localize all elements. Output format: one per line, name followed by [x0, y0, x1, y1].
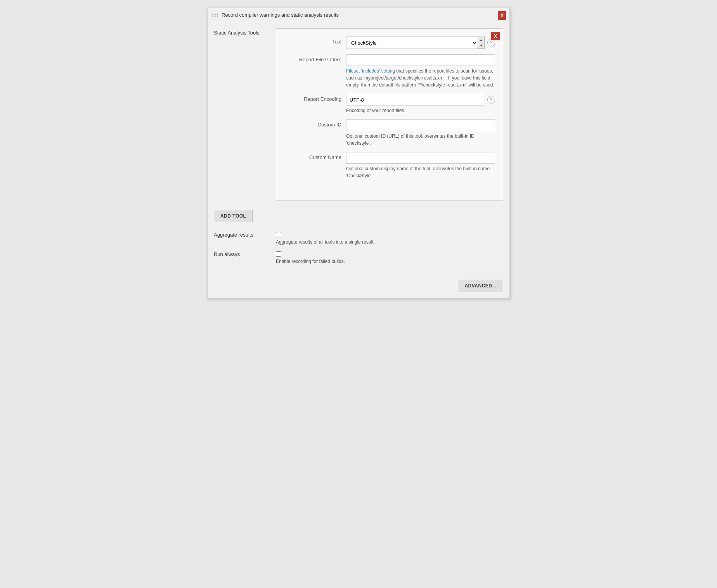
report-encoding-label: Report Encoding: [284, 94, 346, 102]
custom-name-row: Custom Name Optional custom display name…: [284, 152, 495, 179]
custom-id-label: Custom ID: [284, 119, 346, 128]
main-dialog: Record compiler warnings and static anal…: [207, 8, 510, 299]
aggregate-results-row: Aggregate results Aggregate results of a…: [214, 232, 503, 245]
aggregate-results-help: Aggregate results of all tools into a si…: [276, 239, 503, 245]
run-always-row: Run always Enable recording for failed b…: [214, 251, 503, 264]
aggregate-results-label: Aggregate results: [214, 232, 276, 238]
run-always-checkbox[interactable]: [276, 251, 281, 257]
spinner-up[interactable]: ▲: [478, 37, 484, 43]
tool-label: Tool: [284, 36, 346, 45]
dialog-title: Record compiler warnings and static anal…: [222, 12, 505, 18]
custom-id-row: Custom ID Optional custom ID (URL) of th…: [284, 119, 495, 147]
tool-spinner[interactable]: ▲ ▼: [478, 37, 485, 48]
report-file-pattern-label: Report File Pattern: [284, 54, 346, 62]
custom-name-field: Optional custom display name of the tool…: [346, 152, 495, 179]
dialog-header: Record compiler warnings and static anal…: [208, 8, 509, 22]
dialog-footer: ADVANCED...: [208, 277, 509, 298]
run-always-label: Run always: [214, 251, 276, 257]
spinner-down[interactable]: ▼: [478, 43, 484, 48]
report-encoding-row: Report Encoding ? Encoding of your repor…: [284, 94, 495, 114]
custom-id-field: Optional custom ID (URL) of this tool, o…: [346, 119, 495, 147]
fileset-includes-link[interactable]: Fileset 'includes' setting: [346, 68, 395, 74]
report-encoding-input[interactable]: [346, 94, 485, 105]
aggregate-results-field: Aggregate results of all tools into a si…: [276, 232, 503, 245]
report-file-pattern-field: Fileset 'includes' setting that specifie…: [346, 54, 495, 88]
tool-panel: X Tool CheckStyle PMD FindBugs SpotBugs: [276, 28, 503, 201]
tool-select[interactable]: CheckStyle PMD FindBugs SpotBugs CPD: [346, 37, 478, 48]
report-encoding-help-icon[interactable]: ?: [487, 96, 495, 104]
report-file-pattern-row: Report File Pattern Fileset 'includes' s…: [284, 54, 495, 88]
custom-id-input[interactable]: [346, 119, 495, 131]
tool-panel-container: X Tool CheckStyle PMD FindBugs SpotBugs: [276, 28, 503, 201]
bottom-section: Aggregate results Aggregate results of a…: [208, 228, 509, 277]
report-encoding-help: Encoding of your report files.: [346, 107, 495, 114]
run-always-help: Enable recording for failed builds.: [276, 259, 503, 264]
tool-select-container: CheckStyle PMD FindBugs SpotBugs CPD ▲ ▼: [346, 36, 485, 49]
panel-close-button[interactable]: X: [491, 32, 500, 40]
drag-handle[interactable]: [212, 14, 218, 17]
report-file-pattern-help: Fileset 'includes' setting that specifie…: [346, 67, 495, 88]
tool-row: Tool CheckStyle PMD FindBugs SpotBugs CP…: [284, 36, 495, 49]
run-always-field: Enable recording for failed builds.: [276, 251, 503, 264]
tool-select-wrapper: CheckStyle PMD FindBugs SpotBugs CPD ▲ ▼: [346, 36, 495, 49]
report-encoding-field: ? Encoding of your report files.: [346, 94, 495, 114]
custom-name-input[interactable]: [346, 152, 495, 164]
dialog-close-button[interactable]: X: [498, 11, 506, 20]
dialog-body: Static Analysis Tools X Tool CheckStyle …: [208, 22, 509, 207]
aggregate-results-checkbox[interactable]: [276, 232, 281, 237]
custom-name-label: Custom Name: [284, 152, 346, 160]
static-analysis-tools-label: Static Analysis Tools: [214, 28, 276, 201]
advanced-button[interactable]: ADVANCED...: [458, 280, 503, 292]
report-file-pattern-input[interactable]: [346, 54, 495, 66]
custom-id-help: Optional custom ID (URL) of this tool, o…: [346, 133, 495, 147]
add-tool-button[interactable]: ADD TOOL: [214, 210, 253, 222]
custom-name-help: Optional custom display name of the tool…: [346, 165, 495, 179]
add-tool-section: ADD TOOL: [208, 207, 509, 228]
tool-field: CheckStyle PMD FindBugs SpotBugs CPD ▲ ▼: [346, 36, 495, 49]
